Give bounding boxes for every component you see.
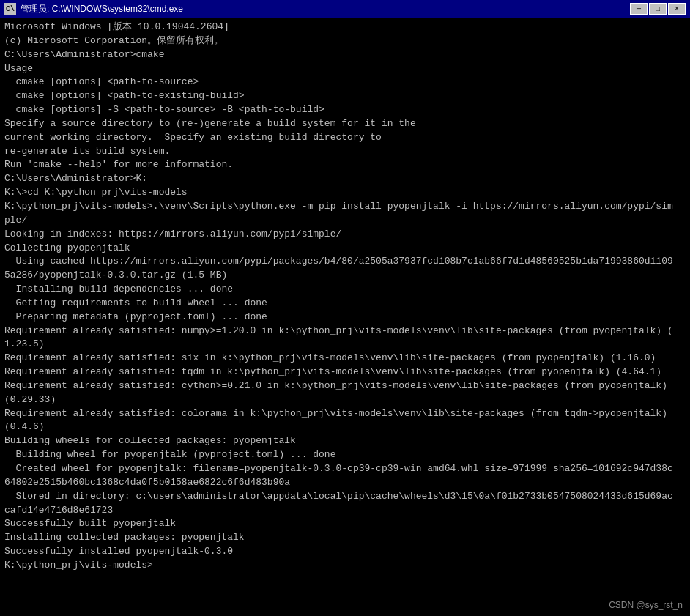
terminal-line: Building wheels for collected packages: … <box>4 434 686 448</box>
terminal-line: Requirement already satisfied: cython>=0… <box>4 379 686 393</box>
terminal-line: ple/ <box>4 214 686 228</box>
terminal-line: Installing collected packages: pyopenjta… <box>4 531 686 545</box>
terminal-line: Collecting pyopenjtalk <box>4 242 686 256</box>
terminal-line: Installing build dependencies ... done <box>4 283 686 297</box>
terminal-line: Run 'cmake --help' for more information. <box>4 158 686 172</box>
terminal-line: Successfully built pyopenjtalk <box>4 517 686 531</box>
terminal-line: cmake [options] <path-to-existing-build> <box>4 89 686 103</box>
terminal-line: Using cached https://mirrors.aliyun.com/… <box>4 255 686 269</box>
terminal-line: cafd14e4716d8e61723 <box>4 504 686 518</box>
terminal-line: Looking in indexes: https://mirrors.aliy… <box>4 228 686 242</box>
minimize-button[interactable]: ─ <box>630 3 648 15</box>
terminal-line: K:\>cd K:\python_prj\vits-models <box>4 186 686 200</box>
terminal-line: 5a286/pyopenjtalk-0.3.0.tar.gz (1.5 MB) <box>4 269 686 283</box>
close-button[interactable]: × <box>668 3 686 15</box>
terminal-line: cmake [options] <path-to-source> <box>4 75 686 89</box>
terminal-line: cmake [options] -S <path-to-source> -B <… <box>4 103 686 117</box>
terminal-line: Requirement already satisfied: colorama … <box>4 407 686 421</box>
terminal-line: Successfully installed pyopenjtalk-0.3.0 <box>4 545 686 559</box>
terminal-line: (0.4.6) <box>4 420 686 434</box>
terminal-line: Getting requirements to build wheel ... … <box>4 297 686 311</box>
terminal-line: K:\python_prj\vits-models>.\venv\Scripts… <box>4 200 686 214</box>
terminal-line: Microsoft Windows [版本 10.0.19044.2604] <box>4 21 686 34</box>
terminal-line: 64802e2515b460bc1368c4da0f5b0158ae6822c6… <box>4 476 686 490</box>
title-bar[interactable]: C\ 管理员: C:\WINDOWS\system32\cmd.exe ─ □ … <box>0 0 690 18</box>
terminal-line: 1.23.5) <box>4 338 686 352</box>
terminal-line: C:\Users\Administrator>cmake <box>4 48 686 62</box>
watermark: CSDN @sys_rst_n <box>609 600 683 610</box>
terminal-line: Preparing metadata (pyproject.toml) ... … <box>4 311 686 324</box>
terminal-line: (c) Microsoft Corporation。保留所有权利。 <box>4 34 686 48</box>
terminal-line: current working directory. Specify an ex… <box>4 131 686 145</box>
terminal-line: Stored in directory: c:\users\administra… <box>4 490 686 504</box>
terminal-line: Requirement already satisfied: numpy>=1.… <box>4 324 686 338</box>
terminal-line: re-generate its build system. <box>4 145 686 159</box>
terminal-line: Requirement already satisfied: tqdm in k… <box>4 365 686 379</box>
maximize-button[interactable]: □ <box>649 3 667 15</box>
terminal-line: Requirement already satisfied: six in k:… <box>4 352 686 365</box>
terminal-body: Microsoft Windows [版本 10.0.19044.2604](c… <box>0 18 690 616</box>
cmd-icon: C\ <box>4 3 16 15</box>
terminal-line: (0.29.33) <box>4 393 686 407</box>
terminal-line: Created wheel for pyopenjtalk: filename=… <box>4 462 686 476</box>
window-title: 管理员: C:\WINDOWS\system32\cmd.exe <box>21 3 183 15</box>
terminal-line: K:\python_prj\vits-models> <box>4 559 686 573</box>
terminal-line: C:\Users\Administrator>K: <box>4 172 686 186</box>
terminal-line: Building wheel for pyopenjtalk (pyprojec… <box>4 448 686 462</box>
terminal-line: Specify a source directory to (re-)gener… <box>4 117 686 131</box>
terminal-line: Usage <box>4 62 686 76</box>
